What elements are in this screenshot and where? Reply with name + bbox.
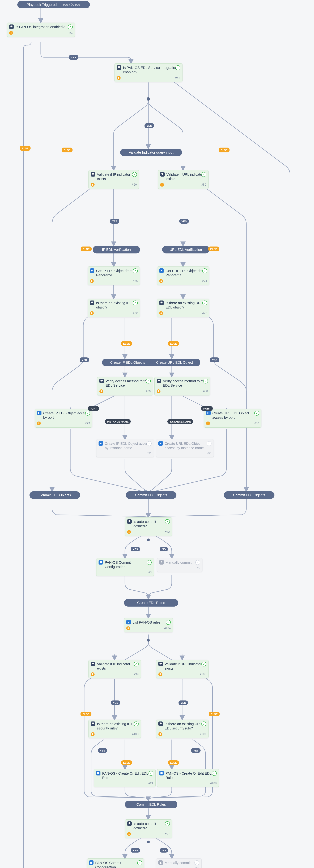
section-commit-edl-rules[interactable]: Commit EDL Rules [125,801,177,808]
edge-else: ELSE [62,148,72,152]
node-verify-access-ip[interactable]: Verify access method to the EDL Service … [97,377,153,396]
warn-icon: ⬇ [159,672,162,676]
node-validate-ip-indicator-2[interactable]: Validate if IP indicator exists ⬇#99 ✓ [89,660,141,678]
node-verify-access-url[interactable]: Verify access method to the EDL Service … [154,377,210,396]
section-commit-objects-right[interactable]: Commit EDL Objects [224,491,274,499]
node-panos-create-edit-rule-url[interactable]: PAN-OS - Create Or Edit EDL Rule #108 ✓ [157,769,219,787]
task-num: #25 [195,867,199,868]
node-existing-ip-rule[interactable]: Is there an existing IP EDL security rul… [89,720,141,738]
edge-no: NO [160,547,168,551]
node-panos-commit-config-1[interactable]: PAN-OS Commit Configuration #8 ✓ [96,558,154,576]
warn-icon: ⬇ [91,183,95,187]
condition-icon [159,301,164,305]
manual-icon [159,560,164,564]
node-validate-url-indicator[interactable]: Validate if URL indicator exists ⬇#50 ✓ [158,170,209,189]
play-icon [37,411,41,415]
trigger-sub: Inputs / Outputs [61,3,80,6]
task-num: #74 [202,279,207,283]
task-num: #104 [164,627,171,630]
task-num: #1 [69,31,73,34]
warn-icon: ⬇ [37,422,41,425]
task-num: #107 [200,733,206,736]
section-create-ip-objects[interactable]: Create IP EDL Objects [102,359,153,366]
node-get-ip-edl-object[interactable]: Get IP EDL Object from Panorama ⬇#85 ✓ [88,267,140,285]
svg-rect-20 [92,173,94,175]
node-create-ip-by-port[interactable]: Create IP EDL Object access by port ⬇#93… [35,409,92,428]
warn-icon: ⬇ [91,672,95,676]
section-create-url-object[interactable]: Create URL EDL Object [149,359,200,366]
task-num: #8 [148,571,152,574]
edge-else: ELSE [209,712,220,716]
check-icon: ✓ [147,560,152,565]
check-icon: ✓ [137,860,142,865]
section-url-edl-verification[interactable]: URL EDL Verification [162,246,209,253]
playbook-trigger[interactable]: Playbook Triggered Inputs / Outputs [18,1,90,8]
condition-icon [117,65,121,70]
node-manually-commit-1[interactable]: Manually commit #9 ✓ [157,558,203,572]
section-commit-objects-center[interactable]: Commit EDL Objects [126,491,176,499]
task-num: #9 [197,566,200,569]
node-title: Is there an existing URL EDL security ru… [165,722,206,731]
svg-marker-36 [128,621,130,623]
section-ip-edl-verification[interactable]: IP EDL Verification [93,246,140,253]
node-auto-commit-defined-2[interactable]: Is auto-commit defined? ⬇#97 ✓ [125,819,172,838]
warn-icon: ⬇ [91,732,95,736]
node-validate-ip-indicator[interactable]: Validate if IP indicator exists ⬇#60 ✓ [89,170,139,189]
svg-rect-27 [158,380,160,381]
node-panos-edl-service-enabled[interactable]: Is PAN-OS EDL Service integration enable… [114,63,182,82]
edge-else: ELSE [121,761,132,765]
svg-rect-21 [161,173,164,175]
svg-rect-38 [160,663,162,664]
junction [147,841,150,843]
node-panos-create-edit-rule-ip[interactable]: PAN-OS - Create Or Edit EDL Rule #21 ✓ [94,769,155,787]
node-validate-url-indicator-2[interactable]: Validate if URL indicator exists ⬇#100 ✓ [156,660,209,678]
condition-icon [127,519,132,524]
warn-icon: ⬇ [90,311,94,315]
warn-icon: ⬇ [90,279,94,283]
edge-else: ELSE [208,247,219,251]
node-auto-commit-defined[interactable]: Is auto-commit defined? ⬇#42 ✓ [125,517,172,536]
edge-yes: YES [111,701,120,705]
node-panos-integration-enabled[interactable]: Is PAN-OS integration enabled? ⬇#1 ✓ [7,23,75,37]
svg-rect-37 [92,663,94,664]
check-icon: ✓ [201,172,206,177]
node-list-panos-rules[interactable]: List PAN-OS rules ⬇#104 ✓ [124,618,173,632]
svg-marker-22 [91,270,93,272]
node-existing-url-rule[interactable]: Is there an existing URL EDL security ru… [156,720,209,738]
node-title: Is there an existing IP EDL object? [96,301,138,310]
svg-rect-46 [160,863,162,864]
svg-rect-33 [100,561,102,563]
section-commit-objects-left[interactable]: Commit EDL Objects [30,491,80,499]
section-create-edl-rules[interactable]: Create EDL Rules [124,599,178,607]
warn-icon: ⬇ [156,390,161,393]
condition-icon [91,661,95,666]
task-num: #93 [85,422,90,425]
svg-marker-31 [160,442,162,444]
svg-point-34 [161,561,162,562]
task-num: #53 [254,422,259,425]
svg-marker-29 [100,442,102,444]
svg-rect-44 [90,862,92,864]
svg-rect-26 [100,380,103,381]
section-validate-input[interactable]: Validate Indicator query input [120,149,182,156]
node-create-ip-by-instance[interactable]: Create IP EDL Object access by Instance … [96,439,154,457]
node-create-url-by-instance[interactable]: Create URL EDL Object access by Instance… [156,439,214,457]
node-manually-commit-2[interactable]: Manually commit #25 ✓ [156,859,202,868]
svg-rect-19 [118,66,120,68]
node-existing-ip-edl-object[interactable]: Is there an existing IP EDL object? ⬇#82… [88,299,140,317]
condition-icon [9,25,14,29]
node-get-url-edl-object[interactable]: Get URL EDL Object from Panorama ⬇#74 ✓ [157,267,209,285]
node-create-url-by-port[interactable]: Create URL EDL Object access by port ⬇#5… [204,409,261,428]
edge-yes: YES [210,358,219,362]
task-num: #90 [207,452,211,455]
task-num: #89 [146,390,151,393]
edge-yes: YES [80,358,89,362]
node-title: Is there an existing IP EDL security rul… [97,722,139,731]
trigger-label: Playbook Triggered [27,3,57,7]
node-panos-commit-config-2[interactable]: PAN-OS Commit Configuration #98 ✓ [87,859,144,868]
edge-instance-name: INSTANCE NAME [167,419,193,424]
task-num: #100 [200,673,206,676]
node-existing-url-edl-object[interactable]: Is there an existing URL EDL object? ⬇#7… [157,299,209,317]
edge-yes: YES [178,701,188,705]
warn-icon: ⬇ [9,31,13,35]
